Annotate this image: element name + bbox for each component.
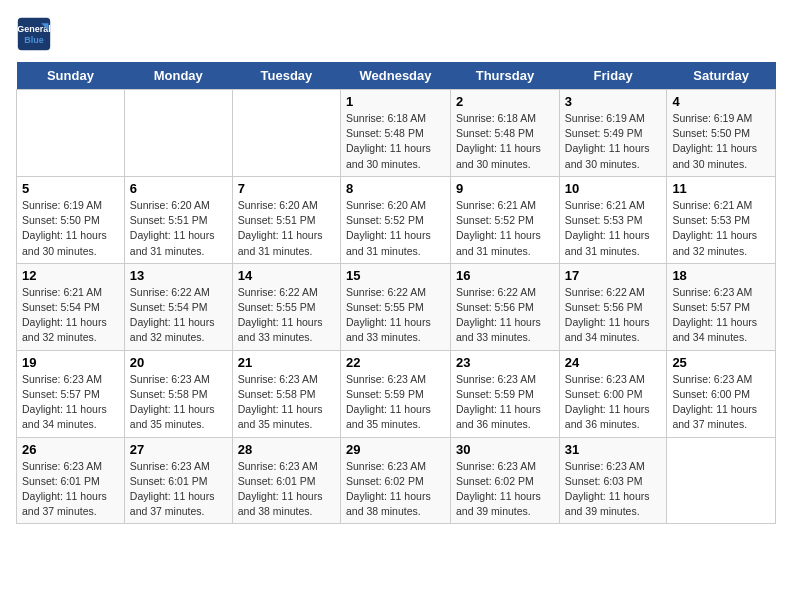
calendar-cell: 9Sunrise: 6:21 AMSunset: 5:52 PMDaylight… <box>451 176 560 263</box>
day-info: Sunrise: 6:18 AMSunset: 5:48 PMDaylight:… <box>346 111 445 172</box>
calendar-cell: 25Sunrise: 6:23 AMSunset: 6:00 PMDayligh… <box>667 350 776 437</box>
calendar-cell: 1Sunrise: 6:18 AMSunset: 5:48 PMDaylight… <box>341 90 451 177</box>
day-number: 18 <box>672 268 770 283</box>
calendar-cell: 21Sunrise: 6:23 AMSunset: 5:58 PMDayligh… <box>232 350 340 437</box>
day-number: 7 <box>238 181 335 196</box>
day-number: 28 <box>238 442 335 457</box>
weekday-header-thursday: Thursday <box>451 62 560 90</box>
day-info: Sunrise: 6:22 AMSunset: 5:56 PMDaylight:… <box>565 285 662 346</box>
day-info: Sunrise: 6:23 AMSunset: 6:01 PMDaylight:… <box>22 459 119 520</box>
day-number: 26 <box>22 442 119 457</box>
calendar-cell: 20Sunrise: 6:23 AMSunset: 5:58 PMDayligh… <box>124 350 232 437</box>
calendar-table: SundayMondayTuesdayWednesdayThursdayFrid… <box>16 62 776 524</box>
weekday-header-saturday: Saturday <box>667 62 776 90</box>
calendar-cell: 8Sunrise: 6:20 AMSunset: 5:52 PMDaylight… <box>341 176 451 263</box>
calendar-cell: 29Sunrise: 6:23 AMSunset: 6:02 PMDayligh… <box>341 437 451 524</box>
day-number: 12 <box>22 268 119 283</box>
day-number: 22 <box>346 355 445 370</box>
day-number: 6 <box>130 181 227 196</box>
day-info: Sunrise: 6:20 AMSunset: 5:51 PMDaylight:… <box>130 198 227 259</box>
calendar-cell: 23Sunrise: 6:23 AMSunset: 5:59 PMDayligh… <box>451 350 560 437</box>
day-info: Sunrise: 6:20 AMSunset: 5:52 PMDaylight:… <box>346 198 445 259</box>
calendar-cell: 30Sunrise: 6:23 AMSunset: 6:02 PMDayligh… <box>451 437 560 524</box>
day-info: Sunrise: 6:23 AMSunset: 5:59 PMDaylight:… <box>456 372 554 433</box>
day-info: Sunrise: 6:22 AMSunset: 5:54 PMDaylight:… <box>130 285 227 346</box>
weekday-header-monday: Monday <box>124 62 232 90</box>
calendar-week-2: 5Sunrise: 6:19 AMSunset: 5:50 PMDaylight… <box>17 176 776 263</box>
calendar-cell <box>17 90 125 177</box>
calendar-cell: 6Sunrise: 6:20 AMSunset: 5:51 PMDaylight… <box>124 176 232 263</box>
svg-text:Blue: Blue <box>24 35 44 45</box>
day-number: 31 <box>565 442 662 457</box>
calendar-cell: 5Sunrise: 6:19 AMSunset: 5:50 PMDaylight… <box>17 176 125 263</box>
day-number: 13 <box>130 268 227 283</box>
calendar-cell <box>124 90 232 177</box>
calendar-week-1: 1Sunrise: 6:18 AMSunset: 5:48 PMDaylight… <box>17 90 776 177</box>
day-number: 1 <box>346 94 445 109</box>
calendar-cell: 15Sunrise: 6:22 AMSunset: 5:55 PMDayligh… <box>341 263 451 350</box>
day-number: 15 <box>346 268 445 283</box>
weekday-header-tuesday: Tuesday <box>232 62 340 90</box>
day-info: Sunrise: 6:19 AMSunset: 5:50 PMDaylight:… <box>22 198 119 259</box>
day-info: Sunrise: 6:22 AMSunset: 5:56 PMDaylight:… <box>456 285 554 346</box>
weekday-header-friday: Friday <box>559 62 667 90</box>
day-number: 4 <box>672 94 770 109</box>
day-info: Sunrise: 6:23 AMSunset: 6:01 PMDaylight:… <box>238 459 335 520</box>
calendar-cell: 31Sunrise: 6:23 AMSunset: 6:03 PMDayligh… <box>559 437 667 524</box>
calendar-cell: 26Sunrise: 6:23 AMSunset: 6:01 PMDayligh… <box>17 437 125 524</box>
calendar-body: 1Sunrise: 6:18 AMSunset: 5:48 PMDaylight… <box>17 90 776 524</box>
day-number: 30 <box>456 442 554 457</box>
day-info: Sunrise: 6:21 AMSunset: 5:53 PMDaylight:… <box>672 198 770 259</box>
calendar-cell <box>232 90 340 177</box>
day-info: Sunrise: 6:19 AMSunset: 5:49 PMDaylight:… <box>565 111 662 172</box>
weekday-header-sunday: Sunday <box>17 62 125 90</box>
day-number: 3 <box>565 94 662 109</box>
day-number: 9 <box>456 181 554 196</box>
calendar-cell: 19Sunrise: 6:23 AMSunset: 5:57 PMDayligh… <box>17 350 125 437</box>
day-info: Sunrise: 6:21 AMSunset: 5:53 PMDaylight:… <box>565 198 662 259</box>
calendar-cell: 4Sunrise: 6:19 AMSunset: 5:50 PMDaylight… <box>667 90 776 177</box>
calendar-week-3: 12Sunrise: 6:21 AMSunset: 5:54 PMDayligh… <box>17 263 776 350</box>
calendar-cell: 24Sunrise: 6:23 AMSunset: 6:00 PMDayligh… <box>559 350 667 437</box>
day-info: Sunrise: 6:23 AMSunset: 5:57 PMDaylight:… <box>22 372 119 433</box>
weekday-header-row: SundayMondayTuesdayWednesdayThursdayFrid… <box>17 62 776 90</box>
logo-icon: General Blue <box>16 16 52 52</box>
calendar-cell: 12Sunrise: 6:21 AMSunset: 5:54 PMDayligh… <box>17 263 125 350</box>
calendar-week-4: 19Sunrise: 6:23 AMSunset: 5:57 PMDayligh… <box>17 350 776 437</box>
day-number: 2 <box>456 94 554 109</box>
day-info: Sunrise: 6:23 AMSunset: 5:57 PMDaylight:… <box>672 285 770 346</box>
day-info: Sunrise: 6:19 AMSunset: 5:50 PMDaylight:… <box>672 111 770 172</box>
day-number: 5 <box>22 181 119 196</box>
day-info: Sunrise: 6:23 AMSunset: 6:00 PMDaylight:… <box>565 372 662 433</box>
day-number: 20 <box>130 355 227 370</box>
day-info: Sunrise: 6:18 AMSunset: 5:48 PMDaylight:… <box>456 111 554 172</box>
day-info: Sunrise: 6:23 AMSunset: 5:59 PMDaylight:… <box>346 372 445 433</box>
day-number: 17 <box>565 268 662 283</box>
logo: General Blue <box>16 16 56 52</box>
day-number: 27 <box>130 442 227 457</box>
day-number: 11 <box>672 181 770 196</box>
day-info: Sunrise: 6:23 AMSunset: 5:58 PMDaylight:… <box>238 372 335 433</box>
calendar-cell: 28Sunrise: 6:23 AMSunset: 6:01 PMDayligh… <box>232 437 340 524</box>
day-number: 8 <box>346 181 445 196</box>
calendar-cell: 3Sunrise: 6:19 AMSunset: 5:49 PMDaylight… <box>559 90 667 177</box>
day-info: Sunrise: 6:23 AMSunset: 5:58 PMDaylight:… <box>130 372 227 433</box>
calendar-cell: 22Sunrise: 6:23 AMSunset: 5:59 PMDayligh… <box>341 350 451 437</box>
day-number: 16 <box>456 268 554 283</box>
calendar-cell: 10Sunrise: 6:21 AMSunset: 5:53 PMDayligh… <box>559 176 667 263</box>
day-info: Sunrise: 6:22 AMSunset: 5:55 PMDaylight:… <box>346 285 445 346</box>
calendar-cell: 18Sunrise: 6:23 AMSunset: 5:57 PMDayligh… <box>667 263 776 350</box>
calendar-cell: 7Sunrise: 6:20 AMSunset: 5:51 PMDaylight… <box>232 176 340 263</box>
calendar-week-5: 26Sunrise: 6:23 AMSunset: 6:01 PMDayligh… <box>17 437 776 524</box>
day-number: 24 <box>565 355 662 370</box>
day-number: 19 <box>22 355 119 370</box>
calendar-cell: 11Sunrise: 6:21 AMSunset: 5:53 PMDayligh… <box>667 176 776 263</box>
calendar-cell: 27Sunrise: 6:23 AMSunset: 6:01 PMDayligh… <box>124 437 232 524</box>
page-header: General Blue <box>16 16 776 52</box>
day-number: 29 <box>346 442 445 457</box>
day-info: Sunrise: 6:23 AMSunset: 6:03 PMDaylight:… <box>565 459 662 520</box>
day-number: 10 <box>565 181 662 196</box>
day-number: 23 <box>456 355 554 370</box>
day-info: Sunrise: 6:21 AMSunset: 5:54 PMDaylight:… <box>22 285 119 346</box>
day-info: Sunrise: 6:21 AMSunset: 5:52 PMDaylight:… <box>456 198 554 259</box>
